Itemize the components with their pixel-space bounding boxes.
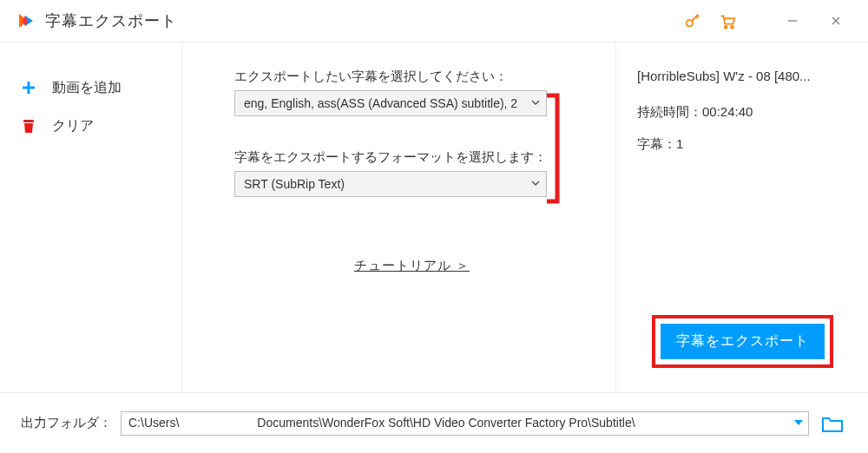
titlebar: 字幕エクスポート <box>0 0 868 42</box>
subtitle-count-row: 字幕：1 <box>637 136 847 153</box>
select-subtitle-label: エクスポートしたい字幕を選択してください： <box>234 69 589 85</box>
center-pane: エクスポートしたい字幕を選択してください： eng, English, ass(… <box>182 43 616 392</box>
sidebar-label: クリア <box>52 117 94 135</box>
output-folder-label: 出力フォルダ： <box>21 415 112 431</box>
output-folder-input[interactable]: C:\Users\Documents\WonderFox Soft\HD Vid… <box>121 411 809 436</box>
subtitle-select[interactable]: eng, English, ass(ASS (Advanced SSA) sub… <box>234 90 547 116</box>
duration-label: 持続時間： <box>637 104 702 119</box>
duration-row: 持続時間：00:24:40 <box>637 104 847 121</box>
sidebar-label: 動画を追加 <box>52 79 122 97</box>
caret-down-icon[interactable] <box>787 417 805 430</box>
trash-icon <box>19 118 38 134</box>
svg-point-1 <box>725 26 727 29</box>
subtitle-count-label: 字幕： <box>637 136 676 151</box>
sidebar: 動画を追加 クリア <box>0 43 182 392</box>
tutorial-link[interactable]: チュートリアル ＞ <box>234 258 589 274</box>
subtitle-count-value: 1 <box>676 136 683 151</box>
svg-point-2 <box>731 26 733 29</box>
export-subtitle-button[interactable]: 字幕をエクスポート <box>661 324 825 359</box>
svg-point-0 <box>687 20 693 26</box>
chevron-down-icon <box>530 177 541 191</box>
output-folder-value: C:\Users\Documents\WonderFox Soft\HD Vid… <box>128 416 787 430</box>
key-icon-button[interactable] <box>675 3 710 38</box>
duration-value: 00:24:40 <box>702 104 753 119</box>
cart-icon-button[interactable] <box>710 3 745 38</box>
bracket-annotation-icon <box>545 92 562 205</box>
select-format-label: 字幕をエクスポートするフォーマットを選択します： <box>234 149 589 166</box>
info-pane: [HorribleSubs] W'z - 08 [480... 持続時間：00:… <box>616 43 868 392</box>
chevron-down-icon <box>530 96 541 110</box>
footer: 出力フォルダ： C:\Users\Documents\WonderFox Sof… <box>0 392 868 453</box>
app-logo-icon <box>16 10 36 31</box>
minimize-button[interactable] <box>771 0 814 42</box>
redacted-segment <box>179 417 257 430</box>
close-button[interactable] <box>814 0 858 42</box>
file-name: [HorribleSubs] W'z - 08 [480... <box>637 69 847 83</box>
sidebar-item-add-video[interactable]: 動画を追加 <box>19 69 164 107</box>
format-select[interactable]: SRT (SubRip Text) <box>234 171 547 197</box>
format-select-value: SRT (SubRip Text) <box>244 177 345 191</box>
plus-icon <box>19 80 38 95</box>
window-title: 字幕エクスポート <box>45 10 177 31</box>
export-button-highlight-frame: 字幕をエクスポート <box>652 315 833 368</box>
subtitle-select-value: eng, English, ass(ASS (Advanced SSA) sub… <box>244 96 517 110</box>
svg-rect-8 <box>23 120 34 122</box>
sidebar-item-clear[interactable]: クリア <box>19 107 164 145</box>
browse-folder-button[interactable] <box>818 411 847 436</box>
